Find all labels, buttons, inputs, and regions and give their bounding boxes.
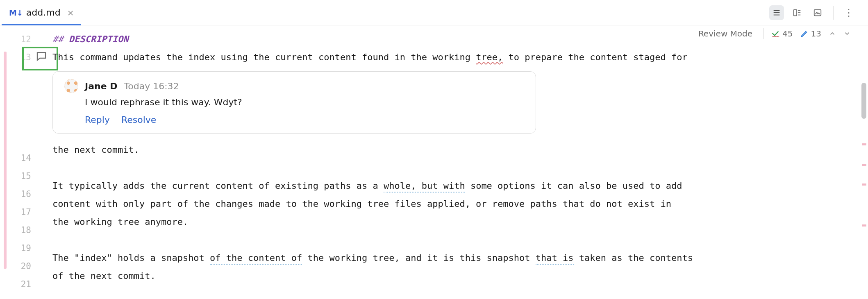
code-line: content with only part of the changes ma… bbox=[52, 195, 850, 213]
code-body[interactable]: ## DESCRIPTION This command updates the … bbox=[52, 25, 868, 299]
avatar bbox=[64, 79, 78, 93]
code-line: the next commit. bbox=[52, 141, 850, 159]
tabbar-actions: ⋮ bbox=[769, 0, 864, 25]
line-number: 15 bbox=[0, 167, 52, 185]
line-number: 20 bbox=[0, 257, 52, 275]
markdown-icon: M↓ bbox=[9, 8, 23, 17]
view-preview-button[interactable] bbox=[810, 5, 825, 20]
code-line: This command updates the index using the… bbox=[52, 48, 850, 66]
line-number: 21 bbox=[0, 275, 52, 293]
minimap-change-marker bbox=[862, 183, 866, 186]
code-line: of the next commit. bbox=[52, 267, 850, 285]
line-number: 19 bbox=[0, 239, 52, 257]
code-line: The "index" holds a snapshot of the cont… bbox=[52, 249, 850, 267]
tab-filename: add.md bbox=[26, 7, 61, 18]
resolve-button[interactable]: Resolve bbox=[121, 115, 156, 125]
line-number: 18 bbox=[0, 221, 52, 239]
code-line bbox=[52, 159, 850, 177]
kebab-icon: ⋮ bbox=[844, 7, 854, 18]
minimap-change-marker bbox=[862, 164, 866, 166]
editor-tabbar: M↓ add.md × ⋮ bbox=[0, 0, 868, 25]
minimap-change-marker bbox=[862, 143, 866, 145]
more-actions-button[interactable]: ⋮ bbox=[842, 5, 857, 20]
line-number-gutter: 12 13 14 15 16 17 18 19 20 21 bbox=[0, 25, 52, 299]
code-line: the working tree anymore. bbox=[52, 213, 850, 231]
view-editor-button[interactable] bbox=[769, 5, 784, 20]
close-tab-icon[interactable]: × bbox=[67, 8, 74, 18]
view-split-button[interactable] bbox=[790, 5, 804, 20]
editor-area: 12 13 14 15 16 17 18 19 20 21 ## DESCRIP… bbox=[0, 25, 868, 299]
line-number: 14 bbox=[0, 149, 52, 167]
code-line: It typically adds the current content of… bbox=[52, 177, 850, 195]
comment-author: Jane D bbox=[85, 81, 118, 91]
svg-rect-3 bbox=[794, 9, 797, 16]
code-line bbox=[52, 231, 850, 249]
reply-button[interactable]: Reply bbox=[85, 115, 110, 125]
comment-gutter-icon[interactable] bbox=[35, 50, 48, 62]
minimap-change-marker bbox=[862, 224, 866, 227]
comment-timestamp: Today 16:32 bbox=[124, 81, 179, 91]
line-number: 12 bbox=[0, 30, 52, 48]
scrollbar-thumb[interactable] bbox=[861, 83, 866, 119]
minimap-scrollbar[interactable] bbox=[854, 29, 868, 299]
file-tab-add-md[interactable]: M↓ add.md × bbox=[2, 0, 81, 25]
code-line: ## DESCRIPTION bbox=[52, 30, 850, 48]
comment-body-text: I would rephrase it this way. Wdyt? bbox=[85, 97, 524, 107]
line-number: 16 bbox=[0, 185, 52, 203]
inline-comment-card: Jane D Today 16:32 I would rephrase it t… bbox=[52, 71, 536, 134]
line-number: 17 bbox=[0, 203, 52, 221]
